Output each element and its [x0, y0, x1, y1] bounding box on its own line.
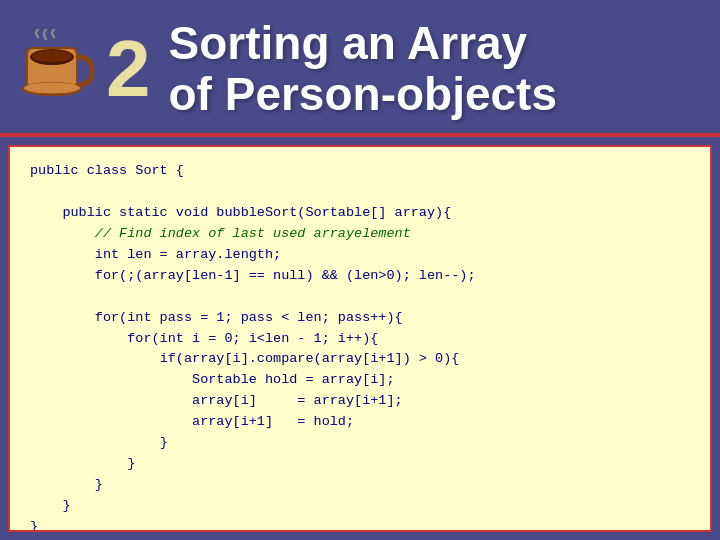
code-line-11: array[i+1] = hold;	[192, 414, 354, 429]
header-divider	[0, 133, 720, 137]
code-line-15: }	[62, 498, 70, 513]
code-line-3: public static void bubbleSort(Sortable[]…	[62, 205, 451, 220]
code-line-14: }	[95, 477, 103, 492]
code-line-10: array[i] = array[i+1];	[192, 393, 403, 408]
code-block: public class Sort { public static void b…	[30, 161, 690, 532]
title-block: Sorting an Array of Person-objects	[169, 18, 558, 119]
code-line-12: }	[160, 435, 168, 450]
code-line-4: int len = array.length;	[95, 247, 281, 262]
code-line-9: Sortable hold = array[i];	[192, 372, 395, 387]
code-content-area: public class Sort { public static void b…	[8, 145, 712, 532]
title-line2: of Person-objects	[169, 69, 558, 120]
slide-header: 2 Sorting an Array of Person-objects	[0, 0, 720, 133]
title-line1: Sorting an Array	[169, 18, 558, 69]
svg-point-5	[24, 82, 80, 93]
svg-point-3	[32, 50, 72, 62]
code-line-16: }	[30, 519, 38, 532]
coffee-cup-icon	[16, 29, 96, 109]
code-line-13: }	[127, 456, 135, 471]
code-line-8: if(array[i].compare(array[i+1]) > 0){	[160, 351, 460, 366]
code-line-1: public class Sort {	[30, 163, 184, 178]
slide: 2 Sorting an Array of Person-objects pub…	[0, 0, 720, 540]
code-line-7: for(int i = 0; i<len - 1; i++){	[127, 331, 378, 346]
code-line-6: for(int pass = 1; pass < len; pass++){	[95, 310, 403, 325]
code-line-5: for(;(array[len-1] == null) && (len>0); …	[95, 268, 476, 283]
code-comment-1: // Find index of last used arrayelement	[62, 226, 410, 241]
slide-number: 2	[106, 29, 151, 109]
